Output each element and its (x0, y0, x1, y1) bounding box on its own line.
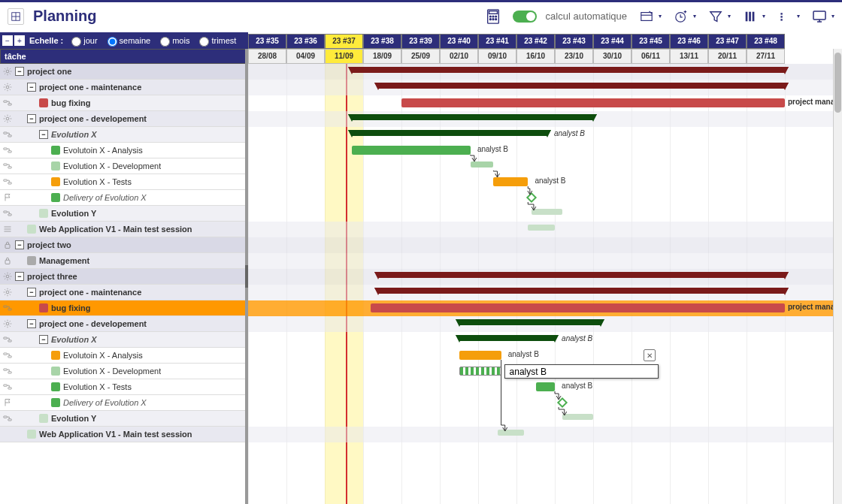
chevron-down-icon[interactable]: ▾ (762, 13, 765, 20)
collapse-button[interactable]: − (15, 272, 24, 281)
monitor-button[interactable] (809, 6, 830, 27)
task-bar[interactable] (459, 367, 501, 376)
date-header-cell: 23/10 (555, 49, 593, 64)
summary-bar[interactable] (378, 272, 785, 278)
task-label: project one - maintenance (39, 83, 141, 92)
filter-button[interactable] (705, 6, 726, 27)
svg-point-42 (6, 291, 9, 294)
task-row[interactable]: −project one (0, 64, 247, 80)
collapse-button[interactable]: − (27, 114, 36, 123)
week-header: 23 #3523 #3623 #3723 #3823 #3923 #4023 #… (248, 34, 842, 49)
scale-radio-trimest[interactable]: trimest (195, 35, 236, 47)
list-view-button[interactable] (774, 6, 795, 27)
task-row[interactable]: Management (0, 253, 247, 269)
summary-bar[interactable] (352, 130, 547, 136)
summary-bar[interactable] (459, 319, 601, 325)
task-row[interactable]: −Evolution X (0, 127, 247, 143)
add-time-button[interactable] (671, 6, 692, 27)
scale-radio-mois[interactable]: mois (156, 35, 189, 47)
task-row[interactable]: Web Application V1 - Main test session (0, 427, 247, 442)
column-splitter[interactable] (245, 49, 248, 504)
collapse-button[interactable]: − (27, 83, 36, 92)
task-bar[interactable] (401, 98, 785, 107)
collapse-button[interactable]: − (27, 288, 36, 297)
collapse-button[interactable]: − (15, 67, 24, 76)
svg-point-7 (495, 16, 496, 17)
task-row[interactable]: Evolution X - Tests (0, 379, 247, 395)
collapse-button[interactable]: − (27, 319, 36, 328)
task-bar[interactable] (471, 161, 494, 167)
task-row[interactable]: bug fixing (0, 300, 247, 316)
task-bar[interactable] (352, 146, 471, 155)
task-row[interactable]: Web Application V1 - Main test session (0, 222, 247, 237)
task-row[interactable]: −project one - developement (0, 111, 247, 127)
summary-bar[interactable] (378, 83, 785, 89)
chevron-down-icon[interactable]: ▾ (693, 13, 696, 20)
task-bar[interactable] (562, 414, 593, 420)
task-bar[interactable] (536, 382, 556, 391)
task-bar[interactable] (459, 351, 501, 360)
date-header-cell: 02/10 (440, 49, 478, 64)
summary-bar[interactable] (352, 67, 785, 73)
svg-rect-15 (749, 11, 751, 21)
calculator-icon[interactable] (483, 6, 504, 27)
editor-close-button[interactable]: ✕ (644, 349, 656, 361)
task-row[interactable]: −project three (0, 269, 247, 285)
task-row[interactable]: Evolution X - Development (0, 364, 247, 379)
chevron-down-icon[interactable]: ▾ (831, 13, 834, 20)
svg-rect-52 (4, 385, 8, 386)
scale-radio-jour[interactable]: jour (68, 35, 97, 47)
task-row[interactable]: Evolution Y (0, 411, 247, 427)
summary-bar[interactable] (378, 288, 785, 294)
task-row[interactable]: −project one - maintenance (0, 80, 247, 95)
gantt-panel[interactable]: 28/0804/0911/0918/0925/0902/1009/1016/10… (248, 49, 842, 504)
task-bar[interactable] (493, 177, 528, 186)
summary-bar[interactable] (352, 114, 593, 120)
task-row[interactable]: Delivery of Evolution X (0, 395, 247, 411)
task-row[interactable]: Evolutoin X - Analysis (0, 143, 247, 158)
resource-input[interactable] (508, 366, 621, 378)
week-header-cell: 23 #40 (440, 34, 478, 49)
resource-editor[interactable] (504, 364, 659, 379)
date-header-cell: 09/10 (478, 49, 516, 64)
task-row[interactable]: Evolutoin X - Analysis (0, 348, 247, 364)
expand-all-button[interactable]: + (14, 35, 25, 46)
collapse-button[interactable]: − (39, 335, 48, 344)
task-column-header: tâche (0, 49, 247, 64)
date-header-cell: 27/11 (747, 49, 785, 64)
task-row[interactable]: Evolution X - Tests (0, 174, 247, 190)
task-label: bug fixing (51, 98, 91, 107)
task-row[interactable]: −project one - developement (0, 316, 247, 332)
collapse-all-button[interactable]: − (2, 35, 13, 46)
task-row[interactable]: −Evolution X (0, 332, 247, 348)
scrollbar-thumb[interactable] (834, 53, 841, 113)
columns-button[interactable] (740, 6, 761, 27)
svg-rect-18 (780, 16, 782, 17)
task-bar[interactable] (498, 430, 525, 436)
scale-radio-semaine[interactable]: semaine (104, 35, 151, 47)
date-header-cell: 04/09 (286, 49, 325, 64)
collapse-button[interactable]: − (15, 240, 24, 249)
save-plan-button[interactable] (636, 6, 657, 27)
chevron-down-icon[interactable]: ▾ (797, 13, 800, 20)
collapse-button[interactable]: − (39, 130, 48, 139)
vertical-scrollbar[interactable] (833, 49, 842, 504)
task-row[interactable]: −project one - maintenance (0, 285, 247, 300)
task-bar[interactable] (371, 303, 785, 312)
task-row[interactable]: −project two (0, 237, 247, 253)
chevron-down-icon[interactable]: ▾ (728, 13, 731, 20)
gear-icon (0, 83, 15, 92)
svg-rect-32 (4, 180, 8, 181)
task-list-panel: tâche −project one−project one - mainten… (0, 49, 248, 504)
task-bar[interactable] (528, 225, 555, 231)
app-header: Planning calcul automatique ▾ ▾ ▾ ▾ ▾ (0, 0, 842, 30)
chevron-down-icon[interactable]: ▾ (659, 13, 662, 20)
task-row[interactable]: Delivery of Evolution X (0, 190, 247, 206)
task-row[interactable]: bug fixing (0, 95, 247, 111)
auto-calc-toggle[interactable] (513, 11, 537, 23)
task-row[interactable]: Evolution Y (0, 206, 247, 222)
summary-bar[interactable] (459, 335, 556, 341)
task-bar[interactable] (532, 209, 562, 215)
task-row[interactable]: Evolution X - Development (0, 158, 247, 174)
task-color-dot (51, 177, 60, 186)
